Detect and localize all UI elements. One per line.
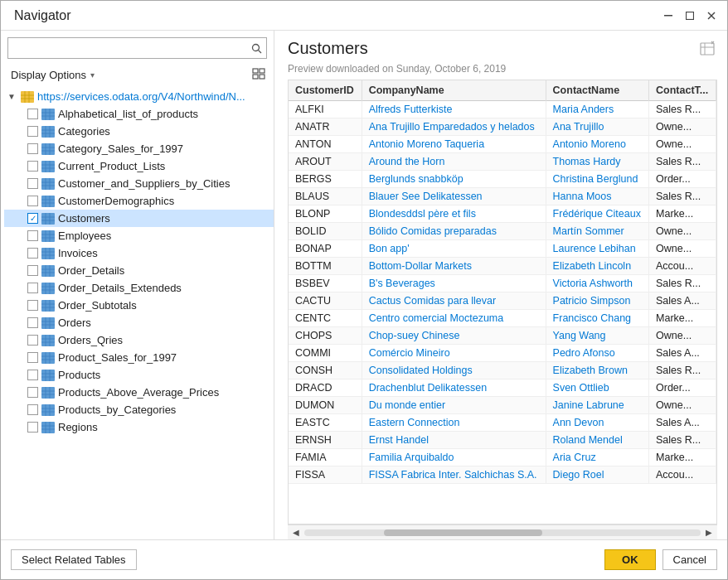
tree-item[interactable]: Order_Details — [4, 262, 274, 279]
tree-item-checkbox[interactable] — [27, 178, 38, 189]
table-cell-contactname: Elizabeth Brown — [546, 362, 648, 379]
tree-item[interactable]: Orders_Qries — [4, 331, 274, 349]
data-table-wrapper: CustomerID CompanyName ContactName Conta… — [288, 80, 717, 524]
tree-item-checkbox[interactable] — [27, 248, 38, 259]
footer: Select Related Tables OK Cancel — [1, 539, 727, 579]
table-cell-customerid: CHOPS — [289, 327, 362, 345]
svg-rect-6 — [253, 69, 258, 73]
tree-item-checkbox[interactable] — [27, 126, 38, 137]
tree-item[interactable]: Alphabetical_list_of_products — [4, 105, 274, 123]
tree-item-checkbox[interactable] — [27, 109, 38, 119]
search-input[interactable] — [8, 38, 246, 58]
tree-item-checkbox[interactable] — [27, 300, 38, 311]
table-icon — [41, 317, 55, 329]
tree-root-item[interactable]: ▼ https://services.odata.org/V4/Northwin… — [4, 88, 274, 105]
tree-item-checkbox[interactable] — [27, 317, 38, 328]
tree-item[interactable]: Customer_and_Suppliers_by_Cities — [4, 175, 274, 192]
tree-item[interactable]: Products_by_Categories — [4, 401, 274, 418]
preview-icon-button[interactable] — [697, 39, 717, 61]
ok-button[interactable]: OK — [604, 549, 656, 570]
table-cell-contactname: Laurence Lebihan — [546, 240, 648, 258]
table-cell-contactname: Janine Labrune — [546, 397, 648, 414]
table-cell-contactt: Accou... — [649, 466, 716, 484]
svg-rect-75 — [41, 317, 55, 329]
col-contactt: ContactT... — [649, 80, 716, 101]
scroll-left-button[interactable]: ◀ — [289, 526, 303, 539]
tree-item-checkbox[interactable] — [27, 352, 38, 363]
tree-item-checkbox[interactable] — [27, 230, 38, 241]
svg-rect-8 — [253, 75, 258, 79]
cancel-button[interactable]: Cancel — [662, 549, 717, 570]
tree-item[interactable]: Products_Above_Average_Prices — [4, 384, 274, 401]
h-scrollbar-thumb — [384, 529, 542, 536]
layout-toggle-button[interactable] — [250, 65, 267, 85]
tree-item-checkbox[interactable] — [27, 335, 38, 346]
table-icon — [41, 213, 55, 225]
table-cell-customerid: BLAUS — [289, 188, 362, 205]
table-cell-companyname: Berglunds snabbköp — [362, 171, 546, 188]
minimize-button[interactable] — [659, 7, 677, 25]
tree-items-container: Alphabetical_list_of_products Categories… — [4, 105, 274, 436]
display-options-button[interactable]: Display Options ▾ — [7, 67, 98, 83]
table-cell-contactname: Victoria Ashworth — [546, 275, 648, 292]
table-row: CHOPSChop-suey ChineseYang WangOwne... — [289, 327, 716, 345]
table-icon — [41, 196, 55, 207]
table-icon — [41, 387, 55, 399]
table-cell-customerid: FAMIA — [289, 449, 362, 466]
tree-item[interactable]: Categories — [4, 123, 274, 140]
right-panel: Customers Preview downloaded on Sunday, … — [274, 31, 727, 539]
table-cell-contactt: Sales A... — [649, 414, 716, 432]
svg-rect-45 — [41, 213, 55, 225]
table-cell-customerid: CENTC — [289, 310, 362, 327]
maximize-button[interactable] — [681, 7, 699, 25]
scroll-right-button[interactable]: ▶ — [702, 526, 716, 539]
tree-item[interactable]: Order_Details_Extendeds — [4, 279, 274, 297]
tree-item[interactable]: Current_Product_Lists — [4, 157, 274, 175]
tree-item[interactable]: ✓ Customers — [4, 210, 274, 227]
table-cell-customerid: ANTON — [289, 136, 362, 153]
table-cell-customerid: AROUT — [289, 153, 362, 171]
tree-item-checkbox[interactable]: ✓ — [27, 213, 38, 224]
tree-item-checkbox[interactable] — [27, 196, 38, 206]
tree-item[interactable]: Product_Sales_for_1997 — [4, 349, 274, 366]
table-icon — [41, 300, 55, 312]
table-row: ALFKIAlfreds FutterkisteMaria AndersSale… — [289, 101, 716, 118]
tree-item-checkbox[interactable] — [27, 161, 38, 172]
tree-item[interactable]: Employees — [4, 227, 274, 244]
tree-item-checkbox[interactable] — [27, 422, 38, 433]
tree-item[interactable]: Category_Sales_for_1997 — [4, 140, 274, 157]
table-cell-companyname: Eastern Connection — [362, 414, 546, 432]
tree-item[interactable]: Invoices — [4, 244, 274, 262]
tree-item[interactable]: CustomerDemographics — [4, 192, 274, 210]
table-cell-customerid: CONSH — [289, 362, 362, 379]
table-cell-customerid: FISSA — [289, 466, 362, 484]
close-button[interactable] — [702, 7, 721, 25]
table-icon — [41, 265, 55, 277]
tree-item-checkbox[interactable] — [27, 370, 38, 380]
table-cell-contactname: Sven Ottlieb — [546, 379, 648, 397]
tree-area[interactable]: ▼ https://services.odata.org/V4/Northwin… — [1, 88, 274, 539]
display-options-label: Display Options — [11, 69, 86, 81]
select-related-tables-button[interactable]: Select Related Tables — [11, 549, 137, 570]
table-cell-companyname: FISSA Fabrica Inter. Salchichas S.A. — [362, 466, 546, 484]
table-cell-companyname: B's Beverages — [362, 275, 546, 292]
h-scrollbar-track[interactable] — [304, 529, 701, 536]
table-scroll-container[interactable]: CustomerID CompanyName ContactName Conta… — [289, 80, 716, 524]
tree-item[interactable]: Regions — [4, 418, 274, 436]
tree-item[interactable]: Products — [4, 366, 274, 384]
svg-rect-95 — [41, 387, 55, 399]
table-cell-contactt: Owne... — [649, 118, 716, 136]
table-cell-companyname: Comércio Mineiro — [362, 345, 546, 362]
data-table: CustomerID CompanyName ContactName Conta… — [289, 80, 716, 484]
tree-item-checkbox[interactable] — [27, 283, 38, 293]
tree-item-checkbox[interactable] — [27, 387, 38, 398]
table-row: ANATRAna Trujillo Emparedados y heladosA… — [289, 118, 716, 136]
table-cell-contactt: Marke... — [649, 310, 716, 327]
table-cell-companyname: Around the Horn — [362, 153, 546, 171]
tree-item[interactable]: Orders — [4, 314, 274, 331]
tree-item-checkbox[interactable] — [27, 265, 38, 276]
tree-item[interactable]: Order_Subtotals — [4, 297, 274, 314]
table-row: CENTCCentro comercial MoctezumaFrancisco… — [289, 310, 716, 327]
tree-item-checkbox[interactable] — [27, 143, 38, 154]
tree-item-checkbox[interactable] — [27, 404, 38, 415]
